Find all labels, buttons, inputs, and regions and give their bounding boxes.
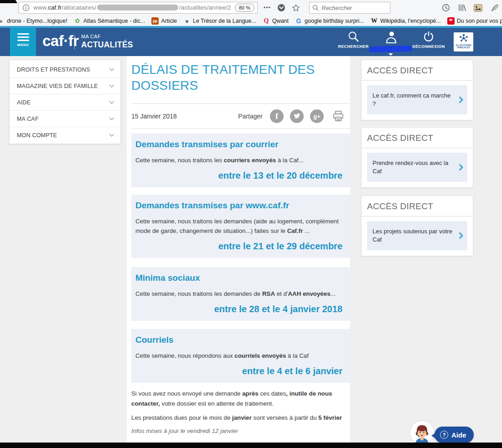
zoom-level-badge[interactable]: 80 % (235, 4, 254, 12)
twitter-bird-icon (293, 113, 300, 120)
bookmark-favicon: ✿ (74, 17, 81, 25)
header-divider (74, 35, 75, 49)
page-actions-icon[interactable]: ••• (264, 5, 271, 11)
printer-icon (332, 110, 345, 123)
section-breadcrumb: MA CAF ACTUALITÉS (81, 34, 133, 50)
nav-item-mon-compte[interactable]: MON COMPTE (10, 127, 120, 144)
bookmark-qwant[interactable]: QQwant (262, 17, 292, 25)
screenshot-extension-icon[interactable] (474, 4, 482, 12)
url-bar[interactable]: www.caf.fr/allocataires//actualites/anne… (18, 2, 258, 14)
card-heading: Minima sociaux (135, 273, 342, 283)
power-icon (423, 31, 435, 42)
card-heading: Demandes transmises par www.caf.fr (135, 201, 342, 211)
card-body: Cette semaine, nous traitons les courrie… (135, 155, 342, 165)
chevron-right-icon (459, 97, 463, 103)
chevron-down-icon (109, 117, 114, 121)
af-emblem-icon (457, 32, 471, 44)
chevron-down-icon (109, 101, 114, 104)
bookmark-drone[interactable]: ●drone - Etymo...logique! (0, 17, 71, 25)
delay-card-courrier: Demandes transmises par courrier Cette s… (131, 134, 350, 187)
acces-direct-box-3: ACCÈS DIRECT Les projets soutenus par vo… (361, 196, 473, 256)
link-prendre-rendez-vous[interactable]: Prendre rendez-vous avec la Caf (367, 153, 467, 182)
rail-heading: ACCÈS DIRECT (362, 60, 473, 81)
nav-item-magazine-vies-de-famille[interactable]: MAGAZINE VIES DE FAMILLE (10, 78, 120, 94)
url-redaction-scribble (97, 5, 178, 10)
card-body: Cette semaine, nous traitons les demande… (135, 216, 342, 236)
card-heading: Courriels (135, 335, 342, 345)
logout-button[interactable]: DÉCONNEXION (404, 31, 454, 49)
url-text: www.caf.fr/allocataires//actualites/anne… (33, 4, 235, 11)
bottom-black-strip (0, 443, 502, 448)
footer-note-1: Si vous avez nous envoyé une demande apr… (131, 389, 349, 409)
acces-direct-box-2: ACCÈS DIRECT Prendre rendez-vous avec la… (361, 127, 473, 188)
rail-heading: ACCÈS DIRECT (362, 196, 473, 216)
bookmark-favicon: ● (0, 17, 5, 25)
search-icon (312, 5, 319, 11)
delay-card-courriels: Courriels Cette semaine, nous répondons … (131, 329, 350, 383)
rail-heading: ACCÈS DIRECT (362, 128, 473, 148)
chevron-down-icon (109, 84, 114, 88)
card-date-range: entre le 21 et le 29 décembre (135, 241, 342, 252)
allocations-familiales-logo[interactable]: ALLOCATIONS FAMILIALES (454, 32, 473, 51)
bookmark-tresor-langue[interactable]: ●Le Trésor de la Langue... (182, 17, 260, 25)
site-header: MENU caf·fr MA CAF ACTUALITÉS RECHERCHER (0, 28, 502, 56)
page-info-icon[interactable] (22, 4, 30, 11)
share-label: Partager (238, 113, 263, 120)
bookmarks-bar: ●drone - Etymo...logique! ✿Atlas Sémanti… (0, 15, 502, 26)
card-date-range: entre le 13 et le 20 décembre (135, 170, 342, 181)
print-button[interactable] (332, 110, 345, 123)
hamburger-icon (17, 33, 29, 43)
screen: www.caf.fr/allocataires//actualites/anne… (0, 0, 502, 448)
delay-card-minima-sociaux: Minima sociaux Cette semaine, nous trait… (131, 267, 350, 321)
pocket-icon[interactable] (277, 4, 285, 12)
delay-card-www-caf-fr: Demandes transmises par www.caf.fr Cette… (131, 195, 350, 258)
bookmark-star-icon[interactable] (292, 4, 300, 12)
caf-logo[interactable]: caf·fr (42, 28, 79, 56)
bookmark-favicon: Q (263, 17, 270, 25)
search-icon (347, 31, 359, 42)
browser-toolbar: www.caf.fr/allocataires//actualites/anne… (0, 0, 502, 28)
bookmark-google-birthday[interactable]: Ggoogle birthday surpri... (294, 17, 368, 25)
card-body: Cette semaine, nous répondons aux courri… (135, 351, 342, 360)
twitter-share-button[interactable] (290, 109, 304, 123)
left-nav-menu: DROITS ET PRESTATIONS MAGAZINE VIES DE F… (9, 60, 121, 144)
bookmark-favicon: ☂ (447, 17, 455, 25)
link-caf-fr-comment-ca-marche[interactable]: Le caf.fr, comment ca marche ? (367, 85, 467, 114)
bookmark-wikipedia[interactable]: WWikipédia, l'encyclopé... (370, 17, 445, 25)
help-button[interactable]: ? Aide (435, 427, 474, 443)
google-plus-share-button[interactable]: g+ (310, 109, 324, 123)
acces-direct-box-1: ACCÈS DIRECT Le caf.fr, comment ca march… (361, 60, 473, 120)
page-title: DÉLAIS DE TRAITEMENT DES DOSSIERS (131, 56, 350, 93)
bookmark-favicon: W (371, 17, 378, 25)
nav-item-ma-caf[interactable]: MA CAF (10, 111, 120, 127)
card-body: Cette semaine, nous traitons les demande… (135, 289, 342, 299)
search-input[interactable] (321, 5, 381, 11)
card-date-range: entre le 4 et le 6 janvier (135, 366, 342, 376)
search-bar[interactable] (309, 2, 390, 14)
updated-note: Infos mises à jour le vendredi 12 janvie… (131, 427, 350, 434)
article-panel: DÉLAIS DE TRAITEMENT DES DOSSIERS 15 Jan… (127, 56, 350, 443)
bookmark-du-son[interactable]: ☂Du son pour vos proje... (446, 17, 502, 25)
chevron-down-icon (388, 53, 393, 56)
nav-item-droits-et-prestations[interactable]: DROITS ET PRESTATIONS (10, 62, 120, 78)
bookmark-article[interactable]: ppArticle (150, 17, 181, 25)
library-icon[interactable] (458, 4, 466, 12)
bookmark-favicon: pp (151, 17, 159, 25)
footer-note-2: Les prestations dues pour le mois de jan… (131, 413, 349, 423)
chevron-down-icon (109, 68, 114, 72)
quill-pen-icon[interactable] (490, 4, 498, 12)
history-clock-icon[interactable] (442, 4, 450, 12)
nav-item-aide[interactable]: AIDE (10, 94, 120, 111)
right-rail: ACCÈS DIRECT Le caf.fr, comment ca march… (361, 56, 473, 256)
card-heading: Demandes transmises par courrier (135, 139, 342, 149)
link-projets-soutenus[interactable]: Les projets soutenus par votre Caf (367, 221, 467, 250)
assistant-avatar[interactable] (409, 420, 435, 445)
bookmark-atlas-semantique[interactable]: ✿Atlas Sémantique - dic... (73, 17, 149, 25)
user-icon (384, 31, 398, 44)
question-mark-icon: ? (440, 431, 448, 439)
menu-button[interactable]: MENU (10, 28, 36, 56)
chevron-right-icon (459, 232, 463, 239)
chevron-right-icon (459, 164, 463, 170)
facebook-share-button[interactable]: f (270, 109, 284, 123)
bookmark-favicon: ● (183, 17, 191, 25)
